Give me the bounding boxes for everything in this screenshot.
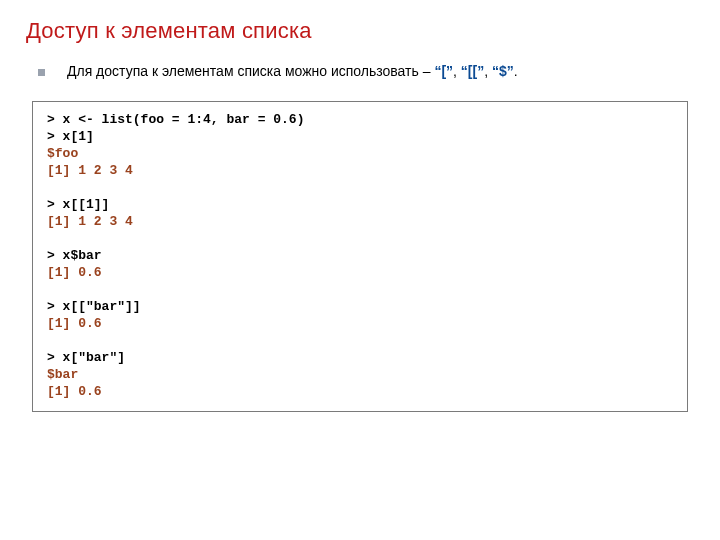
code-line: > x <- list(foo = 1:4, bar = 0.6) <box>47 112 673 129</box>
code-output: $foo <box>47 146 673 163</box>
code-line: > x$bar <box>47 248 673 265</box>
code-output: [1] 0.6 <box>47 265 673 282</box>
code-output: [1] 1 2 3 4 <box>47 163 673 180</box>
code-output: [1] 0.6 <box>47 384 673 401</box>
code-line: > x[[1]] <box>47 197 673 214</box>
slide: Доступ к элементам списка Для доступа к … <box>0 0 720 540</box>
code-block: > x <- list(foo = 1:4, bar = 0.6) > x[1]… <box>32 101 688 412</box>
slide-title: Доступ к элементам списка <box>26 18 694 44</box>
bullet-text: Для доступа к элементам списка можно исп… <box>67 62 518 81</box>
code-line: > x["bar"] <box>47 350 673 367</box>
bullet-marker <box>38 69 45 76</box>
code-line: > x[["bar"]] <box>47 299 673 316</box>
code-output: $bar <box>47 367 673 384</box>
code-line: > x[1] <box>47 129 673 146</box>
code-output: [1] 0.6 <box>47 316 673 333</box>
bullet-item: Для доступа к элементам списка можно исп… <box>26 62 694 81</box>
code-output: [1] 1 2 3 4 <box>47 214 673 231</box>
